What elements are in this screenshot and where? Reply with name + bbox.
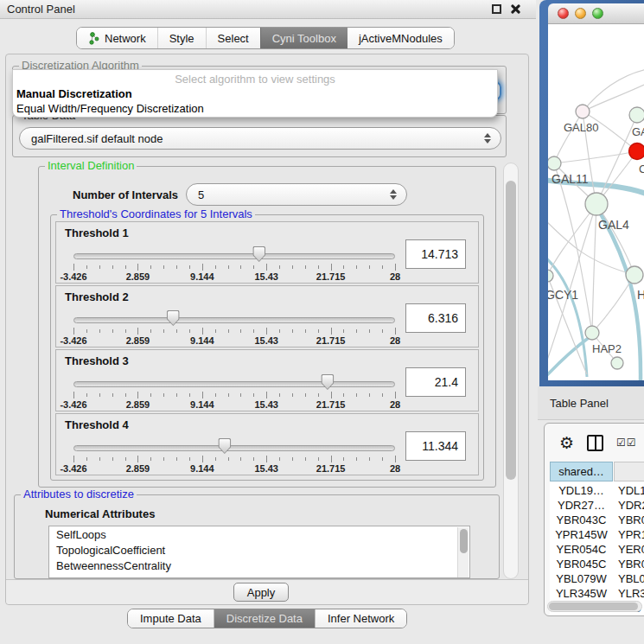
dropdown-prompt: Select algorithm to view settings	[13, 73, 497, 86]
column-header-shared-name[interactable]: shared…	[550, 462, 613, 481]
table-panel-title: Table Panel	[550, 397, 609, 410]
list-scrollbar-thumb[interactable]	[460, 529, 468, 553]
tab-style[interactable]: Style	[157, 28, 206, 48]
table-horizontal-scrollbar[interactable]	[547, 601, 642, 612]
minimize-traffic-light-icon[interactable]	[575, 8, 586, 19]
table-row[interactable]: YDL19…YDL1	[550, 484, 644, 499]
settings-scrollbar[interactable]	[503, 163, 519, 579]
slider-ticks	[73, 264, 395, 271]
thresholds-group-title: Threshold's Coordinates for 5 Intervals	[57, 208, 255, 220]
slider-handle[interactable]	[167, 310, 180, 326]
table-row[interactable]: YER054CYER0	[550, 543, 644, 558]
slider-tick-labels: -3.4262.8599.14415.4321.71528	[73, 271, 395, 282]
close-icon[interactable]	[510, 3, 520, 14]
slider-track[interactable]	[73, 445, 395, 451]
spinner-arrows-icon	[484, 133, 492, 143]
node-label-gal4: GAL4	[598, 218, 629, 232]
slider-ticks	[73, 392, 395, 399]
node-top-right[interactable]	[629, 107, 644, 123]
table-panel-toolbar: ⚙ ☑☑	[545, 424, 644, 462]
network-view-window: GAL80 GA C GAL11 GAL4 GCY1 H HAP2	[539, 0, 644, 386]
slider-track[interactable]	[73, 381, 395, 387]
tab-impute-data[interactable]: Impute Data	[128, 609, 214, 628]
node-gal4[interactable]	[585, 193, 608, 215]
node-label-gal11: GAL11	[552, 172, 589, 186]
interval-definition-title: Interval Definition	[45, 160, 137, 171]
threshold-2-value[interactable]: 6.316	[405, 303, 466, 333]
node-hap2[interactable]	[585, 326, 599, 340]
settings-scrollbar-thumb[interactable]	[506, 181, 516, 480]
threshold-4-panel: Threshold 4 -3.4262.8599.14415.4321.7152…	[55, 413, 479, 475]
slider-tick-labels: -3.4262.8599.14415.4321.71528	[73, 399, 395, 410]
column-header-name[interactable]: n	[614, 462, 644, 481]
threshold-1-value[interactable]: 14.713	[405, 239, 466, 269]
slider-handle[interactable]	[321, 374, 334, 390]
table-panel: ⚙ ☑☑ shared… n YDL19…YDL1 YDR27…YDR2 YBR…	[544, 423, 644, 616]
node-label-gal80: GAL80	[564, 121, 598, 134]
dropdown-item-manual-discretization[interactable]: Manual Discretization	[16, 87, 494, 100]
slider-ticks	[73, 456, 395, 462]
threshold-2-panel: Threshold 2 -3.4262.8599.14415.4321.7152…	[55, 285, 479, 348]
node-gcy1[interactable]	[548, 270, 553, 282]
select-columns-icon[interactable]: ☑☑	[616, 437, 637, 449]
node-red[interactable]	[629, 143, 644, 160]
list-item[interactable]: BetweennessCentrality	[49, 558, 469, 573]
split-view-icon[interactable]	[587, 435, 603, 451]
tab-select[interactable]: Select	[206, 28, 260, 48]
table-row[interactable]: YDR27…YDR2	[550, 499, 644, 513]
zoom-traffic-light-icon[interactable]	[592, 8, 603, 19]
list-item[interactable]: TopologicalCoefficient	[49, 542, 469, 558]
control-panel-titlebar: Control Panel	[0, 0, 536, 19]
screen: Control Panel Network Style Select Cyni …	[0, 0, 644, 644]
node-label-partial-c: C	[639, 163, 644, 175]
threshold-3-label: Threshold 3	[65, 354, 129, 367]
slider-handle[interactable]	[252, 246, 265, 262]
table-row[interactable]: YBR045CYBR0	[550, 558, 644, 572]
threshold-3-panel: Threshold 3 -3.4262.8599.14415.4321.7152…	[55, 349, 479, 411]
table-scrollbar-thumb[interactable]	[549, 603, 638, 610]
tab-infer-network[interactable]: Infer Network	[315, 609, 406, 628]
slider-track[interactable]	[73, 317, 395, 323]
slider-track[interactable]	[73, 253, 395, 259]
table-row[interactable]: YLR345WYLR3	[550, 587, 644, 602]
threshold-3-slider: -3.4262.8599.14415.4321.71528	[73, 374, 395, 409]
control-panel-title: Control Panel	[7, 3, 75, 16]
table-row[interactable]: YPR145WYPR1	[550, 528, 644, 543]
node-right-h[interactable]	[626, 266, 643, 284]
numerical-attributes-list: SelfLoops TopologicalCoefficient Between…	[48, 526, 470, 578]
spinner-arrows-icon	[390, 189, 398, 200]
network-window-titlebar	[548, 3, 644, 24]
node-label-partial-ga: GA	[632, 125, 644, 138]
threshold-4-label: Threshold 4	[65, 418, 129, 431]
apply-button[interactable]: Apply	[233, 583, 289, 602]
apply-row: Apply	[6, 579, 528, 604]
table-row[interactable]: YBR043CYBR0	[550, 513, 644, 528]
table-panel-titlebar: Table Panel	[538, 386, 644, 420]
threshold-4-value[interactable]: 11.344	[405, 431, 466, 461]
node-label-hap2: HAP2	[592, 342, 622, 355]
table-row[interactable]: YBL079WYBL0	[550, 572, 644, 587]
threshold-1-panel: Threshold 1 -3.4262.8599.14415.4321.7152…	[55, 221, 479, 284]
node-gal80[interactable]	[576, 105, 590, 118]
gear-icon[interactable]: ⚙	[559, 435, 574, 451]
number-of-intervals-label: Number of Intervals	[73, 188, 178, 201]
network-canvas[interactable]: GAL80 GA C GAL11 GAL4 GCY1 H HAP2	[548, 24, 644, 380]
threshold-3-value[interactable]: 21.4	[405, 367, 466, 397]
slider-handle[interactable]	[218, 438, 231, 454]
tab-cyni-toolbox[interactable]: Cyni Toolbox	[260, 28, 348, 48]
list-item[interactable]: SelfLoops	[49, 526, 469, 542]
dropdown-item-equal-width-frequency[interactable]: Equal Width/Frequency Discretization	[16, 102, 494, 115]
tab-discretize-data[interactable]: Discretize Data	[214, 609, 315, 628]
tab-network[interactable]: Network	[77, 28, 157, 48]
node-gal11[interactable]	[548, 156, 561, 170]
node-bottom-partial[interactable]	[611, 357, 623, 369]
list-scrollbar[interactable]	[457, 527, 469, 577]
node-label-gcy1: GCY1	[548, 288, 578, 302]
close-traffic-light-icon[interactable]	[558, 8, 569, 19]
cyni-bottom-tabs: Impute Data Discretize Data Infer Networ…	[127, 609, 407, 628]
number-of-intervals-spinner[interactable]: 5	[186, 183, 407, 206]
float-window-icon[interactable]	[492, 4, 501, 14]
tab-jactivemnodules[interactable]: jActiveMNodules	[348, 28, 454, 48]
numerical-attributes-label: Numerical Attributes	[45, 507, 155, 520]
table-data-select[interactable]: galFiltered.sif default node	[19, 127, 501, 150]
